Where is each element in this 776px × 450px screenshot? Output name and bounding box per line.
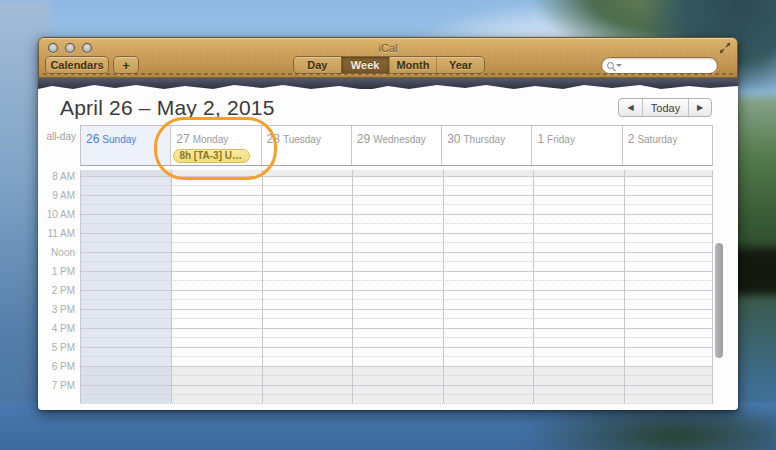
time-label: 2 PM: [38, 285, 75, 296]
search-scope-caret-icon[interactable]: [616, 64, 622, 67]
day-header-thursday[interactable]: 30Thursday: [441, 126, 531, 165]
day-name: Saturday: [637, 134, 677, 145]
half-hour-gridline: [81, 280, 712, 281]
view-tab-day[interactable]: Day: [294, 57, 341, 73]
time-label: 11 AM: [38, 228, 75, 239]
search-field[interactable]: [601, 57, 718, 74]
time-label: 3 PM: [38, 304, 75, 315]
ical-window: iCal Calendars + DayWeekMonthYear April …: [38, 37, 738, 410]
half-hour-gridline: [81, 185, 712, 186]
half-hour-gridline: [81, 318, 712, 319]
time-label: Noon: [38, 247, 75, 258]
view-tab-month[interactable]: Month: [389, 57, 437, 73]
leather-stitching: [43, 73, 733, 75]
hour-gridline: [81, 385, 712, 386]
half-hour-gridline: [81, 299, 712, 300]
all-day-label: all-day: [38, 131, 76, 142]
day-name: Tuesday: [283, 134, 321, 145]
day-name: Wednesday: [373, 134, 426, 145]
half-hour-gridline: [81, 375, 712, 376]
time-label: 7 PM: [38, 380, 75, 391]
toolbar: iCal Calendars + DayWeekMonthYear: [38, 37, 738, 78]
hour-gridline: [81, 271, 712, 272]
day-name: Sunday: [102, 134, 136, 145]
day-name: Thursday: [463, 134, 505, 145]
view-switcher: DayWeekMonthYear: [293, 56, 485, 74]
time-label: 6 PM: [38, 361, 75, 372]
time-label: 5 PM: [38, 342, 75, 353]
hour-gridline: [81, 290, 712, 291]
half-hour-gridline: [81, 261, 712, 262]
half-hour-gridline: [81, 337, 712, 338]
add-event-button[interactable]: +: [113, 56, 139, 74]
day-number: 1: [537, 132, 544, 146]
half-hour-gridline: [81, 204, 712, 205]
time-label: 10 AM: [38, 209, 75, 220]
half-hour-gridline: [81, 356, 712, 357]
search-icon: [607, 62, 614, 69]
hour-gridline: [81, 252, 712, 253]
window-title: iCal: [39, 42, 737, 54]
annotation-highlight-ring: [154, 117, 277, 180]
view-tab-year[interactable]: Year: [436, 57, 484, 73]
day-name: Friday: [547, 134, 575, 145]
desktop-wallpaper: iCal Calendars + DayWeekMonthYear April …: [0, 0, 776, 450]
view-tab-week[interactable]: Week: [341, 57, 389, 73]
scrollbar-thumb[interactable]: [715, 243, 723, 358]
previous-week-button[interactable]: ◀: [619, 99, 642, 116]
fullscreen-icon[interactable]: [719, 42, 731, 54]
time-label: 4 PM: [38, 323, 75, 334]
half-hour-gridline: [81, 242, 712, 243]
next-week-button[interactable]: ▶: [688, 99, 711, 116]
calendar-area: April 26 – May 2, 2015 ◀ Today ▶ all-day…: [38, 89, 738, 410]
time-label: 1 PM: [38, 266, 75, 277]
column-divider: [533, 170, 534, 403]
time-label: 8 AM: [38, 171, 75, 182]
half-hour-gridline: [81, 223, 712, 224]
day-number: 26: [86, 132, 99, 146]
hour-gridline: [81, 347, 712, 348]
column-divider: [352, 170, 353, 403]
hour-gridline: [81, 366, 712, 367]
column-divider: [262, 170, 263, 403]
hour-gridline: [81, 195, 712, 196]
hour-gridline: [81, 233, 712, 234]
column-divider: [624, 170, 625, 403]
date-navigation: ◀ Today ▶: [618, 98, 712, 117]
hour-gridline: [81, 309, 712, 310]
day-header-friday[interactable]: 1Friday: [531, 126, 621, 165]
day-number: 30: [447, 132, 460, 146]
hour-gridline: [81, 328, 712, 329]
day-number: 29: [357, 132, 370, 146]
day-number: 2: [628, 132, 635, 146]
search-input[interactable]: [624, 60, 712, 71]
column-divider: [171, 170, 172, 403]
calendars-button[interactable]: Calendars: [45, 56, 109, 74]
half-hour-gridline: [81, 394, 712, 395]
column-divider: [443, 170, 444, 403]
today-button[interactable]: Today: [642, 99, 688, 116]
week-grid[interactable]: [80, 170, 713, 404]
day-header-wednesday[interactable]: 29Wednesday: [351, 126, 441, 165]
day-header-saturday[interactable]: 2Saturday: [622, 126, 712, 165]
time-label: 9 AM: [38, 190, 75, 201]
hour-gridline: [81, 214, 712, 215]
